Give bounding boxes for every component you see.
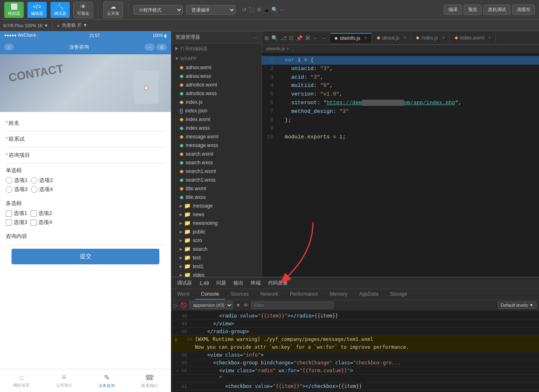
simulator-btn[interactable]: ⬜ 模拟器 (4, 2, 24, 18)
tree-adnav-wxml[interactable]: ◆adnav.wxml (171, 63, 261, 72)
tree-adnav-wxss[interactable]: ◆adnav.wxss (171, 72, 261, 80)
nav-forward-icon[interactable]: → (321, 35, 326, 41)
phone-menu-btn[interactable]: ··· (145, 44, 155, 51)
tab-memory[interactable]: Memory (324, 289, 353, 300)
compile-btn[interactable]: 编译 (444, 5, 462, 15)
phone-home-btn[interactable]: ⌂ (4, 44, 14, 50)
radio-opt-1[interactable]: 选项1 (6, 177, 28, 184)
tree-folder-newsnoimg[interactable]: ▶ 📁newsnoimg (171, 219, 261, 227)
search-icon2[interactable]: 🔍 (271, 7, 278, 13)
radio-opt-2[interactable]: 选项2 (31, 177, 53, 184)
tree-search1-wxml[interactable]: ◆search1.wxml (171, 167, 261, 175)
nav-item-about[interactable]: ≡ 公司简介 (43, 369, 86, 392)
tree-index-json[interactable]: {}index.json (171, 106, 261, 115)
nav-back-icon[interactable]: ← (313, 35, 318, 41)
checkbox-opt-3[interactable]: 选项3 (6, 219, 27, 226)
stop-icon[interactable]: ⬛ (248, 7, 255, 13)
tree-folder-public[interactable]: ▶ 📁public (171, 227, 261, 236)
editor-btn[interactable]: </> 编辑器 (27, 2, 47, 18)
tab-console[interactable]: Console (195, 289, 225, 300)
tree-folder-search[interactable]: ▶ 📁search (171, 245, 261, 253)
tab-wxml[interactable]: Wxml (171, 289, 195, 300)
tree-adnotice-wxml[interactable]: ◆adnotice.wxml (171, 80, 261, 89)
checkbox-opt-2[interactable]: 选项2 (30, 210, 52, 217)
code-area[interactable]: 1 var i = { 2 uniacid: "3", 3 acid: "3",… (262, 53, 539, 277)
tree-folder-test1[interactable]: ▶ 📁test1 (171, 262, 261, 271)
debugger-label[interactable]: 调试器 (175, 279, 194, 287)
tab-close-1[interactable]: ✕ (364, 36, 367, 40)
tree-index-wxss[interactable]: ◆index.wxss (171, 124, 261, 132)
tab-storage[interactable]: Storage (384, 289, 413, 300)
open-editors-section[interactable]: ▶ 打开的编辑器 (171, 44, 261, 54)
tab-close-4[interactable]: ✕ (488, 35, 491, 40)
refresh-icon[interactable]: ↺ (242, 7, 247, 13)
checkbox-opt-1[interactable]: 选项1 (6, 210, 27, 217)
nav-item-contact[interactable]: ☎ 联系我们 (128, 369, 171, 392)
tree-message-wxml[interactable]: ◆message.wxml (171, 132, 261, 141)
console-filter-input[interactable] (251, 301, 334, 309)
output-label[interactable]: 输出 (232, 279, 245, 287)
more-icon[interactable]: ⋯ (280, 7, 285, 13)
tree-folder-news[interactable]: ▶ 📁news (171, 210, 261, 219)
terminal-label[interactable]: 终端 (249, 279, 262, 287)
visual-btn[interactable]: 👁 可视化 (73, 2, 93, 18)
console-nav-icon[interactable]: ▷ (174, 302, 178, 308)
tab-network[interactable]: Network (254, 289, 284, 300)
split-icon[interactable]: ⊞ (264, 35, 269, 41)
file-manager-more[interactable]: ··· (253, 35, 257, 40)
tree-index-js[interactable]: ◆index.js (171, 98, 261, 106)
tree-search-wxml[interactable]: ◆search.wxml (171, 149, 261, 158)
code-quality-label[interactable]: 代码质量 (266, 279, 289, 287)
tree-title-wxss[interactable]: ◆title.wxss (171, 193, 261, 201)
cloud-btn[interactable]: ☁ 云开发 (103, 2, 123, 18)
debugger-btn[interactable]: 🔧 调试器 (50, 2, 70, 18)
submit-button[interactable]: 提交 (12, 249, 159, 264)
mode-select[interactable]: 小程序模式 (133, 5, 183, 15)
search-icon3[interactable]: 🔍 (271, 35, 278, 41)
tree-folder-video[interactable]: ▶ 📁video (171, 271, 261, 277)
tree-adnotice-wxss[interactable]: ◆adnotice.wxss (171, 89, 261, 98)
phone-icon[interactable]: 📱 (263, 7, 270, 13)
nav-item-consult[interactable]: ✎ 业务咨询 (86, 369, 128, 392)
tab-about-js[interactable]: ◆ about.js ✕ (373, 33, 411, 42)
phone-locate-btn[interactable]: ⊙ (156, 44, 167, 51)
console-stop-icon[interactable]: 🚫 (180, 302, 187, 308)
tab-sources[interactable]: Sources (225, 289, 254, 300)
default-levels-btn[interactable]: Default levels ▼ (498, 301, 537, 309)
tree-search1-wxss[interactable]: ◆search1.wxss (171, 175, 261, 184)
settings-icon[interactable]: ⚙ (257, 7, 261, 13)
grid-icon[interactable]: ⊡ (289, 35, 294, 41)
field-input-contact[interactable] (28, 136, 165, 142)
terminal-icon[interactable]: ⌘ (305, 35, 310, 41)
radio-opt-4[interactable]: 选项4 (31, 186, 53, 193)
wxapp-section[interactable]: ▼ WXAPP (171, 54, 261, 63)
field-input-name[interactable] (23, 120, 165, 126)
pin-icon[interactable]: 📌 (296, 35, 303, 41)
tree-folder-scro[interactable]: ▶ 📁scro (171, 236, 261, 245)
field-input-project[interactable] (33, 152, 165, 159)
tree-index-wxml[interactable]: ◆index.wxml (171, 115, 261, 124)
console-eye-icon[interactable]: 👁 (243, 302, 249, 308)
hotreload-btn[interactable]: 热重载 开 ▼ (62, 22, 87, 28)
checkbox-opt-4[interactable]: 选项4 (30, 219, 52, 226)
device-label[interactable]: 6/7/8 Plus 100% 16 ▼ (3, 23, 48, 28)
tab-close-3[interactable]: ✕ (442, 35, 445, 40)
nav-item-home[interactable]: ⌂ 网站首页 (0, 369, 43, 392)
compile-select[interactable]: 普通编译 (186, 5, 236, 15)
tab-siteinfo-js[interactable]: ◆ siteinfo.js ✕ (330, 33, 372, 43)
tree-message-wxss[interactable]: ◆message.wxss (171, 141, 261, 149)
branch-icon[interactable]: ⎇ (280, 35, 287, 41)
tab-performance[interactable]: Performance (284, 289, 324, 300)
tab-index-wxml[interactable]: ◆ index.wxml ✕ (450, 33, 496, 42)
tab-close-2[interactable]: ✕ (403, 35, 406, 40)
tree-search-wxss[interactable]: ◆search.wxss (171, 158, 261, 167)
tree-folder-message[interactable]: ▶ 📁message (171, 201, 261, 210)
tab-index-js[interactable]: ◆ index.js ✕ (412, 33, 450, 42)
clear-cache-btn[interactable]: 清缓存 (512, 5, 535, 15)
console-dropdown-icon[interactable]: ▼ (236, 302, 241, 308)
issues-label[interactable]: 问题 (215, 279, 228, 287)
console-context-select[interactable]: appservice (#3) (189, 301, 233, 309)
preview-btn[interactable]: 预览 (464, 5, 482, 15)
tab-appdata[interactable]: AppData (353, 289, 384, 300)
tree-folder-test[interactable]: ▶ 📁test (171, 253, 261, 262)
